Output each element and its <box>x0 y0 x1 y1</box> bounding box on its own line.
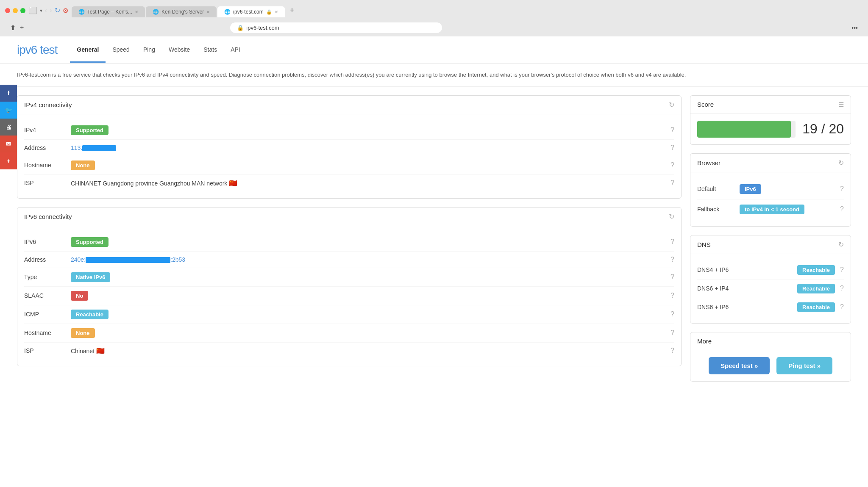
sidebar-toggle-icon[interactable]: ⬜ <box>29 6 37 14</box>
ipv6-title: IPv6 connectivity <box>24 213 72 220</box>
nav-website[interactable]: Website <box>162 38 197 63</box>
ipv6-icmp-row: ICMP Reachable ? <box>24 305 674 324</box>
ipv6-refresh-icon[interactable]: ↻ <box>669 213 674 221</box>
minimize-button[interactable] <box>13 8 18 13</box>
ipv6-value: Supported <box>71 237 670 247</box>
ipv4-label: IPv4 <box>24 127 71 133</box>
more-options-icon[interactable]: ••• <box>851 25 858 31</box>
score-card-header: Score ☰ <box>690 96 851 114</box>
site-logo[interactable]: ipv6 test <box>17 36 70 64</box>
url-box[interactable]: 🔒 ipv6-test.com <box>230 22 442 33</box>
more-title: More <box>697 338 712 345</box>
ipv4-card-header: IPv4 connectivity ↻ <box>17 96 681 114</box>
bookmark-icon[interactable]: + <box>20 24 24 32</box>
right-column: Score ☰ 19 / 20 Browser ↻ <box>690 95 851 382</box>
close-button[interactable] <box>5 8 10 13</box>
dns-row-1: DNS4 + IP6 Reachable ? <box>697 261 844 279</box>
dns6-ip6-label: DNS6 + IP6 <box>697 304 797 310</box>
ipv6-isp-label: ISP <box>24 347 71 354</box>
dns4-ip6-help-icon[interactable]: ? <box>840 266 844 274</box>
browser-card-body: Default IPv6 ? Fallback to IPv4 in < 1 s… <box>690 172 851 226</box>
ipv6-hostname-value: None <box>71 328 670 338</box>
description-text: IPv6-test.com is a free service that che… <box>0 64 868 87</box>
dns-refresh-icon[interactable]: ↻ <box>838 241 844 249</box>
chevron-down-icon[interactable]: ▾ <box>40 8 42 14</box>
stop-icon[interactable]: ⊗ <box>63 6 68 14</box>
tab-close-icon[interactable]: ✕ <box>206 10 210 14</box>
ipv6-icmp-help-icon[interactable]: ? <box>670 310 674 318</box>
browser-fallback-help-icon[interactable]: ? <box>840 205 844 213</box>
address-bar: ⬆ + 🔒 ipv6-test.com ••• <box>5 21 863 36</box>
main-nav: General Speed Ping Website Stats API <box>70 38 247 63</box>
ipv6-label: IPv6 <box>24 238 71 245</box>
ipv6-address-help-icon[interactable]: ? <box>670 256 674 263</box>
forward-icon[interactable]: › <box>50 7 52 14</box>
ipv4-help-icon[interactable]: ? <box>670 126 674 134</box>
dns6-ip6-help-icon[interactable]: ? <box>840 303 844 311</box>
browser-fallback-badge: to IPv4 in < 1 second <box>740 205 804 214</box>
dns4-ip6-label: DNS4 + IP6 <box>697 266 797 273</box>
new-tab-button[interactable]: + <box>286 3 299 17</box>
dns6-ip6-badge: Reachable <box>797 302 835 312</box>
ipv6-hostname-help-icon[interactable]: ? <box>670 329 674 337</box>
back-icon[interactable]: ‹ <box>45 7 47 14</box>
ipv6-slaac-value: No <box>71 291 670 301</box>
ipv4-hostname-help-icon[interactable]: ? <box>670 161 674 169</box>
more-card: More Speed test » Ping test » <box>690 332 851 382</box>
nav-general[interactable]: General <box>70 38 106 63</box>
share-icon[interactable]: ⬆ <box>10 24 16 32</box>
nav-speed[interactable]: Speed <box>106 38 136 63</box>
ipv6-address-redacted <box>86 257 170 263</box>
print-button[interactable]: 🖨 <box>0 119 17 136</box>
page-content: ipv6 test General Speed Ping Website Sta… <box>0 36 868 487</box>
url-text: ipv6-test.com <box>246 25 279 31</box>
ipv4-address-help-icon[interactable]: ? <box>670 144 674 152</box>
browser-refresh-icon[interactable]: ↻ <box>838 159 844 167</box>
ipv6-card: IPv6 connectivity ↻ IPv6 Supported ? Add… <box>17 207 682 366</box>
tab-ken-server[interactable]: 🌐 Ken Deng's Server ✕ <box>146 6 217 17</box>
facebook-button[interactable]: f <box>0 85 17 102</box>
ipv4-value: Supported <box>71 125 670 135</box>
nav-stats[interactable]: Stats <box>197 38 224 63</box>
ipv6-help-icon[interactable]: ? <box>670 238 674 246</box>
ipv6-address-value: 240e: :2b53 <box>71 256 670 263</box>
browser-chrome: ⬜ ▾ ‹ › ↻ ⊗ 🌐 Test Page – Ken's... ✕ 🌐 K… <box>0 0 868 36</box>
score-list-icon[interactable]: ☰ <box>838 101 844 108</box>
ipv6-isp-help-icon[interactable]: ? <box>670 347 674 354</box>
dns-card-body: DNS4 + IP6 Reachable ? DNS6 + IP4 Reacha… <box>690 254 851 323</box>
tab-label: Ken Deng's Server <box>161 9 204 15</box>
ipv4-refresh-icon[interactable]: ↻ <box>669 101 674 109</box>
dns-row-2: DNS6 + IP4 Reachable ? <box>697 279 844 298</box>
score-title: Score <box>697 101 714 108</box>
dns6-ip4-help-icon[interactable]: ? <box>840 285 844 292</box>
tab-close-icon[interactable]: ✕ <box>275 10 278 14</box>
nav-ping[interactable]: Ping <box>136 38 162 63</box>
tab-ipv6-test[interactable]: 🌐 ipv6-test.com 🔒 ✕ <box>217 6 284 17</box>
tab-close-icon[interactable]: ✕ <box>135 10 138 14</box>
ipv4-address-redacted <box>82 145 116 151</box>
nav-api[interactable]: API <box>224 38 247 63</box>
ipv6-slaac-badge: No <box>71 291 88 301</box>
dns6-ip4-badge: Reachable <box>797 284 835 293</box>
speed-test-button[interactable]: Speed test » <box>709 357 770 374</box>
ipv4-supported-badge: Supported <box>71 125 108 135</box>
tab-test-page[interactable]: 🌐 Test Page – Ken's... ✕ <box>72 6 145 17</box>
plus-button[interactable]: + <box>0 152 17 169</box>
browser-default-help-icon[interactable]: ? <box>840 185 844 193</box>
ipv6-type-badge: Native IPv6 <box>71 272 110 282</box>
ipv4-isp-help-icon[interactable]: ? <box>670 179 674 187</box>
tab-icon: 🌐 <box>224 9 231 15</box>
ipv6-slaac-help-icon[interactable]: ? <box>670 292 674 299</box>
more-card-header: More <box>690 332 851 350</box>
twitter-button[interactable]: 🐦 <box>0 102 17 119</box>
email-button[interactable]: ✉ <box>0 136 17 152</box>
ipv6-type-help-icon[interactable]: ? <box>670 273 674 281</box>
dns-row-3: DNS6 + IP6 Reachable ? <box>697 298 844 316</box>
ipv6-hostname-badge: None <box>71 328 95 338</box>
ipv6-address-label: Address <box>24 256 71 263</box>
ping-test-button[interactable]: Ping test » <box>776 357 832 374</box>
dns6-ip4-label: DNS6 + IP4 <box>697 285 797 292</box>
maximize-button[interactable] <box>20 8 25 13</box>
browser-title: Browser <box>697 159 721 166</box>
refresh-icon[interactable]: ↻ <box>55 6 60 14</box>
